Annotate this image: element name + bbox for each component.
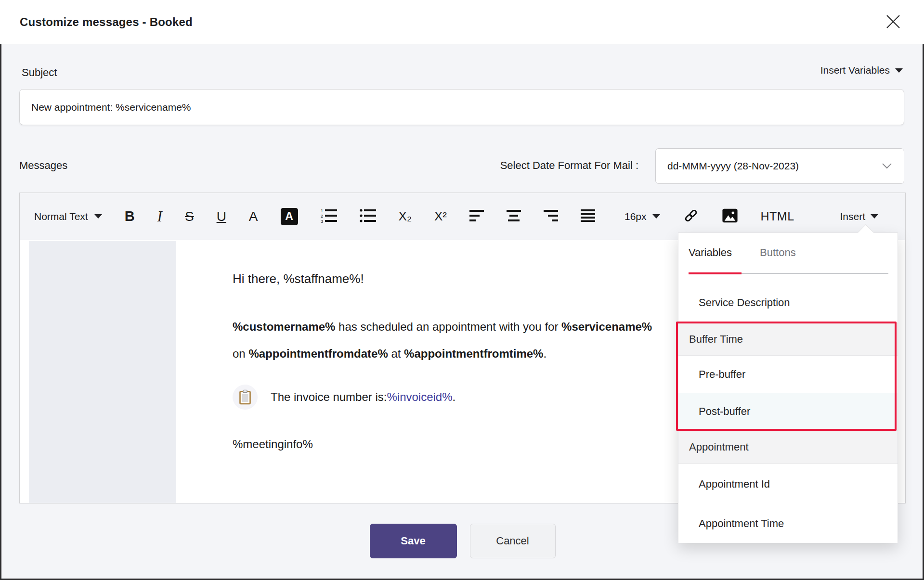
cancel-button[interactable]: Cancel: [470, 524, 556, 558]
subscript-button[interactable]: X₂: [399, 209, 412, 224]
svg-text:1: 1: [321, 208, 323, 213]
bullet-list-button[interactable]: [360, 208, 376, 225]
chevron-down-icon: [871, 214, 878, 219]
active-tab-indicator: [689, 272, 742, 274]
align-left-icon: [469, 209, 484, 224]
chevron-down-icon: [94, 214, 102, 219]
insert-dropdown[interactable]: Insert: [840, 211, 878, 222]
link-button[interactable]: [683, 207, 699, 226]
font-size-dropdown[interactable]: 16px: [625, 211, 660, 222]
invoice-suffix: .: [453, 390, 456, 403]
underline-button[interactable]: U: [217, 209, 226, 224]
tab-buttons[interactable]: Buttons: [760, 246, 796, 259]
svg-text:3: 3: [321, 219, 323, 223]
align-right-icon: [544, 209, 558, 224]
paragraph-format-dropdown[interactable]: Normal Text: [34, 211, 102, 222]
clipboard-icon: [233, 385, 258, 410]
menu-header-buffer-time: Buffer Time: [678, 323, 898, 356]
save-button[interactable]: Save: [370, 524, 457, 558]
bullet-list-icon: [360, 208, 376, 225]
paragraph-text: .: [543, 347, 547, 360]
menu-header-appointment: Appointment: [678, 430, 898, 464]
customername-variable: %customername%: [233, 320, 335, 333]
insert-label: Insert: [840, 211, 865, 222]
chevron-down-icon: [882, 160, 892, 172]
paragraph-text: at: [388, 347, 404, 360]
messages-label: Messages: [19, 159, 67, 172]
insert-menu-tabs: Variables Buttons: [689, 246, 796, 259]
date-format-label: Select Date Format For Mail :: [500, 159, 638, 172]
justify-icon: [581, 209, 595, 224]
image-icon: [722, 208, 738, 225]
appointment-paragraph: %customername% has scheduled an appointm…: [233, 313, 656, 367]
insert-variables-label: Insert Variables: [820, 64, 890, 76]
svg-text:2: 2: [321, 214, 323, 219]
font-color-button[interactable]: A: [249, 209, 258, 224]
menu-item-appointment-time[interactable]: Appointment Time: [678, 504, 898, 543]
page-title: Customize messages - Booked: [20, 0, 193, 44]
ordered-list-icon: 1 2 3: [321, 208, 337, 225]
chevron-down-icon: [652, 214, 660, 219]
tab-variables[interactable]: Variables: [689, 246, 732, 259]
paragraph-text: on: [233, 347, 248, 360]
align-center-icon: [507, 209, 521, 224]
font-size-label: 16px: [625, 211, 647, 222]
appointmentfromdate-variable: %appointmentfromdate%: [248, 347, 388, 360]
modal-titlebar: Customize messages - Booked: [0, 0, 924, 44]
close-icon: [885, 13, 902, 32]
customize-messages-modal: Customize messages - Booked Insert Varia…: [0, 0, 924, 580]
insert-menu-panel: Variables Buttons Service Description Bu…: [678, 232, 898, 542]
italic-button[interactable]: I: [157, 208, 162, 225]
chevron-down-icon: [895, 68, 903, 73]
paragraph-format-label: Normal Text: [34, 211, 88, 222]
menu-item-pre-buffer[interactable]: Pre-buffer: [678, 356, 898, 393]
servicename-variable: %servicename%: [561, 320, 652, 333]
subject-input[interactable]: [19, 89, 904, 125]
date-format-value: dd-MMM-yyyy (28-Nov-2023): [667, 160, 799, 172]
paragraph-text: has scheduled an appointment with you fo…: [335, 320, 561, 333]
justify-button[interactable]: [581, 209, 595, 224]
appointmentfromtime-variable: %appointmentfromtime%: [404, 347, 543, 360]
invoice-text: The invoice number is:%invoiceid%.: [271, 390, 455, 404]
ordered-list-button[interactable]: 1 2 3: [321, 208, 337, 225]
insert-variables-dropdown[interactable]: Insert Variables: [820, 64, 903, 76]
invoiceid-variable: %invoiceid%: [387, 390, 452, 403]
close-button[interactable]: [883, 12, 904, 33]
image-button[interactable]: [722, 208, 738, 225]
menu-item-post-buffer[interactable]: Post-buffer: [678, 393, 898, 430]
editor-side-placeholder: [29, 241, 176, 503]
align-left-button[interactable]: [469, 209, 484, 224]
strikethrough-button[interactable]: S: [185, 209, 194, 224]
background-color-button[interactable]: A: [281, 208, 298, 225]
bold-button[interactable]: B: [125, 208, 135, 224]
date-format-select[interactable]: dd-MMM-yyyy (28-Nov-2023): [655, 148, 904, 184]
align-center-button[interactable]: [507, 209, 521, 224]
menu-item-service-description[interactable]: Service Description: [678, 282, 898, 323]
html-button[interactable]: HTML: [761, 209, 794, 223]
link-icon: [683, 207, 699, 226]
menu-item-appointment-id[interactable]: Appointment Id: [678, 464, 898, 504]
variables-list: Service Description Buffer Time Pre-buff…: [678, 282, 898, 543]
subject-label: Subject: [22, 66, 57, 79]
superscript-button[interactable]: X²: [434, 209, 447, 224]
align-right-button[interactable]: [544, 209, 558, 224]
invoice-prefix: The invoice number is:: [271, 390, 387, 403]
